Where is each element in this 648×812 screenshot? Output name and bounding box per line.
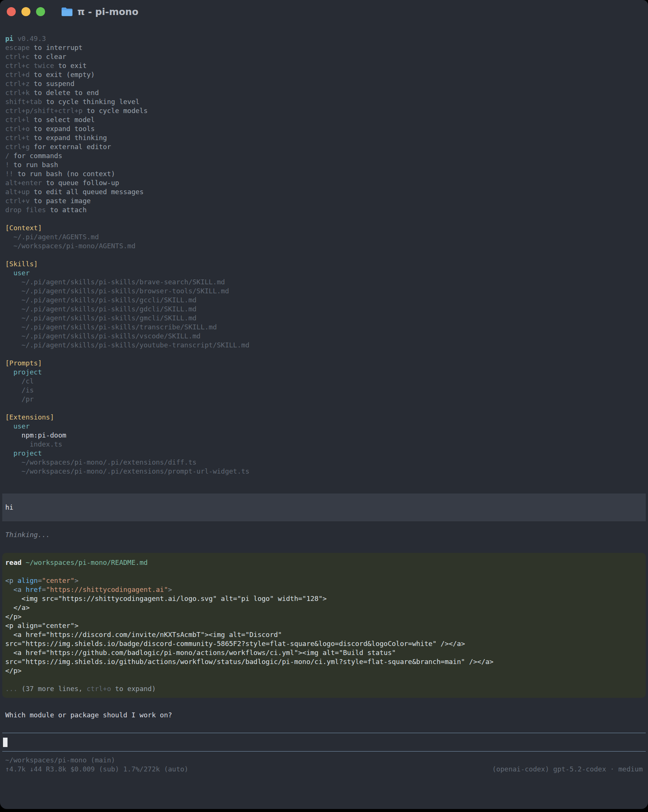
- text-segment: !: [5, 161, 9, 169]
- text-segment: alt+enter: [5, 179, 42, 187]
- terminal-line: ~/.pi/agent/skills/pi-skills/browser-too…: [5, 287, 643, 296]
- terminal-line: ! to run bash: [5, 160, 643, 169]
- terminal-line: !! to run bash (no context): [5, 169, 643, 179]
- terminal-line: ~/.pi/agent/AGENTS.md: [5, 232, 643, 241]
- text-segment: [Context]: [5, 224, 42, 232]
- status-row-cwd: ~/workspaces/pi-mono (main): [5, 756, 643, 765]
- prompt-input[interactable]: [2, 733, 646, 751]
- text-segment: ~/.pi/agent/skills/pi-skills/youtube-tra…: [5, 341, 249, 349]
- text-segment: to run bash (no context): [14, 170, 115, 178]
- text-segment: npm:pi-doom: [5, 431, 66, 439]
- terminal-line: [Prompts]: [5, 359, 643, 368]
- terminal-line: read ~/workspaces/pi-mono/README.md: [5, 558, 643, 567]
- titlebar: π - pi-mono: [0, 0, 648, 23]
- text-segment: </a>: [5, 604, 30, 611]
- text-segment: <a: [5, 586, 26, 594]
- text-segment: to attach: [46, 206, 86, 214]
- text-segment: ~/.pi/agent/skills/pi-skills/brave-searc…: [5, 278, 225, 286]
- maximize-button[interactable]: [36, 7, 45, 16]
- model-label: (openai-codex) gpt-5.2-codex · medium: [492, 765, 643, 774]
- text-segment: ~/.pi/agent/skills/pi-skills/browser-too…: [5, 287, 229, 295]
- terminal-line: [Extensions]: [5, 413, 643, 422]
- text-segment: <a href="https://github.com/badlogic/pi-…: [5, 649, 396, 656]
- text-segment: >: [168, 586, 172, 594]
- text-segment: ...: [5, 685, 21, 693]
- text-segment: pi: [5, 35, 14, 43]
- text-segment: to clear: [30, 53, 66, 61]
- text-segment: [Extensions]: [5, 413, 54, 421]
- terminal-line: index.ts: [5, 440, 643, 449]
- terminal-line: ~/.pi/agent/skills/pi-skills/transcribe/…: [5, 323, 643, 332]
- text-segment: ~/.pi/agent/AGENTS.md: [5, 233, 99, 241]
- tool-call-output: read ~/workspaces/pi-mono/README.md<p al…: [5, 558, 643, 693]
- text-segment: project: [5, 449, 42, 457]
- text-segment: [Prompts]: [5, 359, 42, 367]
- terminal-line: shift+tab to cycle thinking level: [5, 97, 643, 106]
- text-segment: escape: [5, 44, 30, 52]
- terminal-line: ctrl+d to exit (empty): [5, 70, 643, 79]
- text-segment: ctrl+k: [5, 89, 30, 96]
- text-segment: to edit all queued messages: [30, 188, 143, 196]
- close-button[interactable]: [7, 7, 16, 16]
- terminal-line: src="https://img.shields.io/github/actio…: [5, 657, 643, 666]
- terminal-line: <p align="center">: [5, 621, 643, 630]
- terminal-line: <p align="center">: [5, 576, 643, 585]
- text-segment: /pr: [5, 395, 34, 403]
- text-segment: drop files: [5, 206, 46, 214]
- terminal-line: ctrl+o to expand tools: [5, 124, 643, 133]
- text-segment: ~/workspaces/pi-mono/AGENTS.md: [5, 242, 136, 250]
- terminal-line: <a href="https://discord.com/invite/nKXT…: [5, 630, 643, 639]
- text-segment: to select model: [30, 116, 95, 124]
- terminal-line: alt+enter to queue follow-up: [5, 179, 643, 188]
- terminal-line: <a href="https://github.com/badlogic/pi-…: [5, 648, 643, 657]
- text-segment: user: [5, 422, 30, 430]
- terminal-line: ~/.pi/agent/skills/pi-skills/gmcli/SKILL…: [5, 314, 643, 323]
- text-segment: alt+up: [5, 188, 30, 196]
- text-segment: to interrupt: [30, 44, 82, 52]
- text-segment: ~/.pi/agent/skills/pi-skills/gccli/SKILL…: [5, 296, 196, 304]
- text-segment: ~/.pi/agent/skills/pi-skills/transcribe/…: [5, 323, 217, 331]
- tool-call-box: read ~/workspaces/pi-mono/README.md<p al…: [2, 553, 646, 698]
- terminal-line: ~/.pi/agent/skills/pi-skills/gdcli/SKILL…: [5, 305, 643, 314]
- text-segment: index.ts: [5, 440, 63, 448]
- terminal-line: alt+up to edit all queued messages: [5, 188, 643, 197]
- text-segment: ~/.pi/agent/skills/pi-skills/gdcli/SKILL…: [5, 305, 196, 313]
- terminal-line: ctrl+c to clear: [5, 52, 643, 61]
- terminal-line: pi v0.49.3: [5, 34, 643, 43]
- text-segment: ~/.pi/agent/skills/pi-skills/vscode/SKIL…: [5, 332, 200, 340]
- text-segment: =: [38, 577, 42, 585]
- text-segment: to paste image: [30, 197, 91, 205]
- terminal-line: user: [5, 422, 643, 431]
- text-segment: </p>: [5, 612, 21, 620]
- terminal-line: [5, 214, 643, 223]
- text-segment: to suspend: [30, 79, 74, 87]
- assistant-message: Which module or package should I work on…: [0, 711, 648, 720]
- terminal-line: ctrl+z to suspend: [5, 79, 643, 88]
- terminal-line: ctrl+c twice to exit: [5, 61, 643, 70]
- text-segment: align: [18, 577, 38, 585]
- text-segment: ~/.pi/agent/skills/pi-skills/gmcli/SKILL…: [5, 314, 196, 322]
- text-segment: to expand tools: [30, 125, 95, 133]
- terminal-line: ~/.pi/agent/skills/pi-skills/youtube-tra…: [5, 340, 643, 350]
- text-segment: "https://shittycodingagent.ai": [46, 586, 168, 594]
- text-segment: "center": [42, 577, 75, 585]
- terminal-line: ~/.pi/agent/skills/pi-skills/gccli/SKILL…: [5, 296, 643, 305]
- terminal-line: ctrl+k to delete to end: [5, 88, 643, 97]
- terminal-line: /cl: [5, 377, 643, 386]
- terminal-line: [5, 404, 643, 413]
- terminal-line: ~/.pi/agent/skills/pi-skills/brave-searc…: [5, 278, 643, 287]
- minimize-button[interactable]: [21, 7, 30, 16]
- text-segment: to delete to end: [30, 89, 99, 96]
- terminal-line: / for commands: [5, 151, 643, 160]
- text-segment: ctrl+o: [87, 685, 111, 693]
- text-segment: ~/workspaces/pi-mono/README.md: [21, 559, 148, 566]
- text-segment: to expand): [111, 685, 156, 693]
- text-segment: src="https://img.shields.io/badge/discor…: [5, 640, 465, 647]
- text-segment: v0.49.3: [14, 35, 46, 43]
- text-segment: to expand thinking: [30, 134, 107, 142]
- text-segment: project: [5, 368, 42, 376]
- text-segment: ctrl+v: [5, 197, 30, 205]
- text-segment: ctrl+g: [5, 143, 30, 151]
- text-segment: read: [5, 559, 21, 566]
- terminal-line: </a>: [5, 603, 643, 612]
